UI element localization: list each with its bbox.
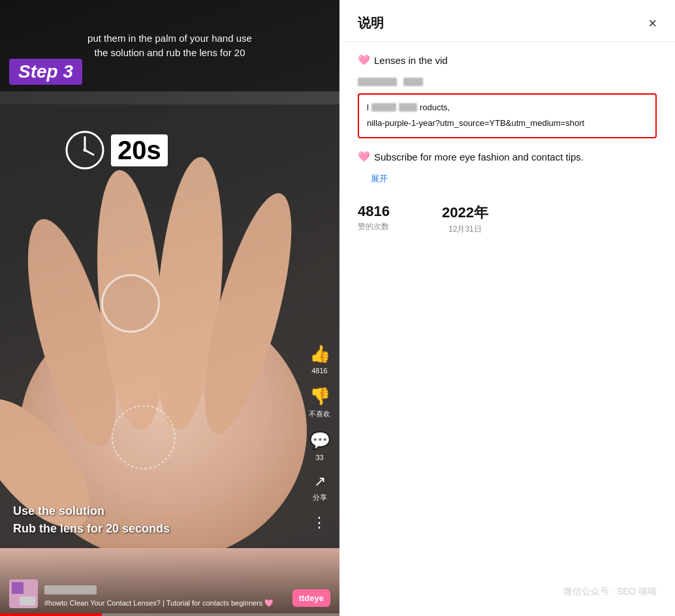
close-button[interactable]: × <box>648 16 657 31</box>
share-icon: ↗ <box>314 473 326 490</box>
like-count: 4816 <box>311 367 327 375</box>
share-button[interactable]: ↗ 分享 <box>313 473 327 502</box>
watermark: 微信公众号 · SEO 喵喵 <box>563 586 657 598</box>
link-prefix: l <box>367 101 369 115</box>
date-year: 2022年 <box>442 203 488 223</box>
heart-icon-1: 🩷 <box>358 54 370 66</box>
likes-stat: 4816 赞的次数 <box>358 203 390 235</box>
subscribe-line: 🩷 Subscribe for more eye fashion and con… <box>358 150 657 165</box>
lenses-line: 🩷 Lenses in the vid <box>358 54 657 69</box>
link-box: l roducts, nilla-purple-1-year?utm_sourc… <box>358 93 657 139</box>
progress-bar[interactable] <box>0 613 339 616</box>
video-title: #howto Clean Your Contact Lenses? | Tuto… <box>44 598 286 608</box>
expand-button[interactable]: 展开 <box>371 173 657 185</box>
date-stat: 2022年 12月31日 <box>442 203 488 235</box>
dislike-button[interactable]: 👎 不喜欢 <box>309 386 330 419</box>
stats-row: 4816 赞的次数 2022年 12月31日 <box>358 203 657 235</box>
more-icon: ⋮ <box>312 514 327 531</box>
likes-number: 4816 <box>358 203 390 220</box>
video-top-text: put them in the palm of your hand use th… <box>87 31 252 61</box>
link-suffix: nilla-purple-1-year?utm_source=YTB&utm_m… <box>367 117 584 131</box>
link-middle: roducts, <box>420 101 450 115</box>
progress-bar-fill <box>0 613 102 616</box>
subscribe-text: Subscribe for more eye fashion and conta… <box>374 150 584 165</box>
blur-3 <box>371 103 396 112</box>
channel-avatar <box>9 579 38 608</box>
channel-name-area: #howto Clean Your Contact Lenses? | Tuto… <box>44 585 286 608</box>
blurred-name-line <box>358 76 657 87</box>
video-bottom-bar: #howto Clean Your Contact Lenses? | Tuto… <box>0 544 339 616</box>
video-right-actions: 👍 4816 👎 不喜欢 💬 33 ↗ 分享 ⋮ <box>309 344 330 531</box>
main-container: put them in the palm of your hand use th… <box>0 0 675 616</box>
blur-1 <box>358 78 397 86</box>
description-panel: 说明 × 🩷 Lenses in the vid l roducts, nill… <box>339 0 675 616</box>
step-badge: Step 3 <box>9 59 82 85</box>
desc-title: 说明 <box>358 14 384 32</box>
date-day: 12月31日 <box>448 224 482 235</box>
comment-icon: 💬 <box>309 431 330 451</box>
video-bottom-caption: Use the solution Rub the lens for 20 sec… <box>13 502 170 538</box>
ttdeye-badge: ttdeye <box>292 589 330 607</box>
dislike-label: 不喜欢 <box>309 409 330 419</box>
like-button[interactable]: 👍 4816 <box>309 344 330 375</box>
heart-icon-2: 🩷 <box>358 151 370 162</box>
blur-2 <box>403 78 423 86</box>
hand-illustration <box>0 104 339 548</box>
likes-label: 赞的次数 <box>358 221 389 232</box>
timer-area: 20s <box>65 131 168 170</box>
video-panel: put them in the palm of your hand use th… <box>0 0 339 616</box>
clock-icon <box>65 131 104 170</box>
timer-text: 20s <box>111 134 168 166</box>
dislike-icon: 👎 <box>309 386 330 407</box>
like-icon: 👍 <box>309 344 330 364</box>
comment-button[interactable]: 💬 33 <box>309 431 330 461</box>
lenses-text: Lenses in the vid <box>374 54 448 69</box>
finger-detail <box>101 274 160 333</box>
share-label: 分享 <box>313 493 327 502</box>
more-button[interactable]: ⋮ <box>312 514 327 531</box>
blur-4 <box>399 103 417 112</box>
channel-name-blur <box>44 585 97 594</box>
svg-point-11 <box>84 149 87 152</box>
comment-count: 33 <box>315 454 323 461</box>
desc-header: 说明 × <box>339 0 675 42</box>
desc-body: 🩷 Lenses in the vid l roducts, nilla-pur… <box>339 42 675 616</box>
